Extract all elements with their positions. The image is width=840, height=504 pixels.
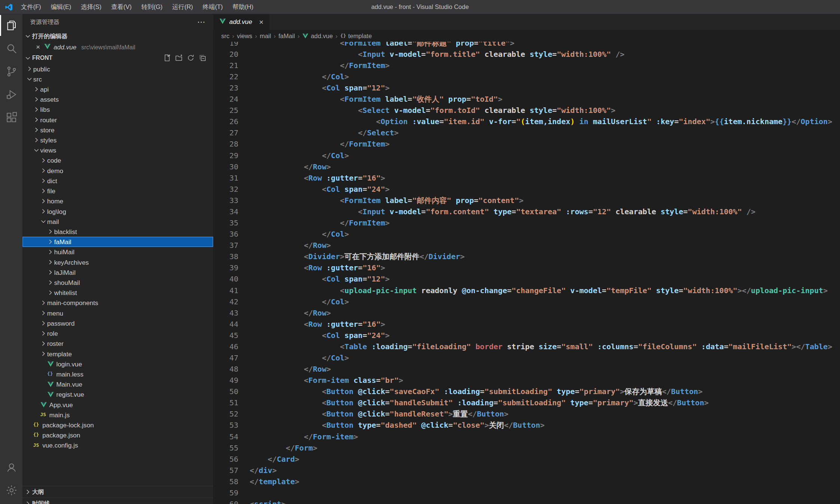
tree-item-styles[interactable]: styles — [22, 135, 213, 145]
menu-运行(R)[interactable]: 运行(R) — [167, 0, 198, 14]
code-line-52[interactable]: 52 <Button @click="handleReset">重置</Butt… — [213, 409, 840, 420]
tree-item-libs[interactable]: libs — [22, 104, 213, 114]
menu-编辑(E)[interactable]: 编辑(E) — [46, 0, 76, 14]
code-line-29[interactable]: 29 </Col> — [213, 150, 840, 161]
tree-item-log-log[interactable]: log\log — [22, 206, 213, 216]
code-line-30[interactable]: 30 </Row> — [213, 161, 840, 172]
code-line-45[interactable]: 45 <Col span="24"> — [213, 330, 840, 341]
tree-item-main.less[interactable]: {}main.less — [22, 369, 213, 379]
code-line-43[interactable]: 43 </Row> — [213, 307, 840, 319]
tree-item-package.json[interactable]: {}package.json — [22, 430, 213, 440]
tree-item-shouMail[interactable]: shouMail — [22, 277, 213, 288]
code-line-28[interactable]: 28 </FormItem> — [213, 139, 840, 150]
tree-item-whitelist[interactable]: whitelist — [22, 288, 213, 298]
tree-item-regist.vue[interactable]: regist.vue — [22, 389, 213, 399]
tab-close-icon[interactable]: × — [259, 18, 264, 26]
code-line-31[interactable]: 31 <Row :gutter="16"> — [213, 172, 840, 184]
tree-item-laJiMail[interactable]: laJiMail — [22, 267, 213, 277]
tree-item-src[interactable]: src — [22, 74, 213, 84]
more-actions-icon[interactable]: ⋯ — [197, 17, 206, 27]
code-line-44[interactable]: 44 <Row :gutter="16"> — [213, 319, 840, 330]
tree-item-file[interactable]: file — [22, 186, 213, 196]
code-line-54[interactable]: 54 </Form-item> — [213, 431, 840, 442]
code-line-42[interactable]: 42 </Col> — [213, 296, 840, 307]
code-line-40[interactable]: 40 <Col span="12"> — [213, 274, 840, 285]
menu-文件(F)[interactable]: 文件(F) — [16, 0, 46, 14]
code-line-36[interactable]: 36 </Col> — [213, 229, 840, 240]
tree-item-router[interactable]: router — [22, 115, 213, 125]
tree-item-template[interactable]: template — [22, 348, 213, 359]
explorer-icon[interactable] — [0, 14, 22, 37]
code-line-39[interactable]: 39 <Row :gutter="16"> — [213, 262, 840, 274]
extensions-icon[interactable] — [0, 106, 22, 129]
code-line-27[interactable]: 27 </Select> — [213, 127, 840, 139]
code-line-51[interactable]: 51 <Button @click="handleSubmit" :loadin… — [213, 397, 840, 409]
tree-item-roster[interactable]: roster — [22, 338, 213, 348]
code-line-50[interactable]: 50 <Button @click="saveCaoFx" :loading="… — [213, 386, 840, 397]
code-line-19[interactable]: 19 <FormItem label="邮件标题" prop="title"> — [213, 42, 840, 49]
tree-item-dict[interactable]: dict — [22, 176, 213, 186]
open-editors-header[interactable]: 打开的编辑器 — [22, 30, 213, 42]
breadcrumb-item-mail[interactable]: mail — [260, 33, 271, 39]
account-icon[interactable] — [0, 456, 22, 479]
tree-item-api[interactable]: api — [22, 84, 213, 94]
refresh-icon[interactable] — [187, 54, 194, 62]
code-line-55[interactable]: 55 </Form> — [213, 442, 840, 454]
outline-section[interactable]: 大纲 — [22, 486, 213, 498]
code-line-22[interactable]: 22 </Col> — [213, 71, 840, 83]
tree-item-keyArchives[interactable]: keyArchives — [22, 257, 213, 267]
run-debug-icon[interactable] — [0, 83, 22, 106]
tree-item-home[interactable]: home — [22, 196, 213, 206]
timeline-section[interactable]: 时间线 — [22, 498, 213, 504]
tab-add-vue[interactable]: add.vue × — [213, 14, 269, 30]
code-line-60[interactable]: 60<script> — [213, 499, 840, 504]
settings-gear-icon[interactable] — [0, 479, 22, 502]
tree-item-password[interactable]: password — [22, 318, 213, 328]
code-line-46[interactable]: 46 <Table :loading="fileLoading" border … — [213, 341, 840, 352]
tree-item-views[interactable]: views — [22, 145, 213, 155]
source-control-icon[interactable] — [0, 60, 22, 83]
code-line-25[interactable]: 25 <Select v-model="form.toId" clearable… — [213, 105, 840, 116]
code-line-32[interactable]: 32 <Col span="24"> — [213, 184, 840, 195]
tree-item-vue.config.js[interactable]: JSvue.config.js — [22, 440, 213, 450]
code-line-21[interactable]: 21 </FormItem> — [213, 60, 840, 71]
code-line-37[interactable]: 37 </Row> — [213, 240, 840, 251]
code-line-53[interactable]: 53 <Button type="dashed" @click="close">… — [213, 420, 840, 431]
menu-查看(V)[interactable]: 查看(V) — [106, 0, 137, 14]
open-editor-item[interactable]: × add.vue src\views\mail\faMail — [22, 42, 213, 52]
tree-item-Main.vue[interactable]: Main.vue — [22, 379, 213, 389]
new-folder-icon[interactable] — [175, 54, 183, 62]
tree-item-huiMail[interactable]: huiMail — [22, 247, 213, 257]
collapse-all-icon[interactable] — [199, 54, 206, 62]
tree-item-menu[interactable]: menu — [22, 308, 213, 318]
code-line-47[interactable]: 47 </Col> — [213, 353, 840, 364]
project-root-header[interactable]: FRONT — [22, 52, 213, 64]
tree-item-faMail[interactable]: faMail — [22, 237, 213, 247]
code-line-41[interactable]: 41 <upload-pic-input readonly @on-change… — [213, 285, 840, 296]
tree-item-blacklist[interactable]: blacklist — [22, 227, 213, 237]
menu-转到(G)[interactable]: 转到(G) — [137, 0, 168, 14]
breadcrumb-item-faMail[interactable]: faMail — [278, 33, 295, 39]
menu-选择(S)[interactable]: 选择(S) — [76, 0, 106, 14]
tree-item-demo[interactable]: demo — [22, 166, 213, 176]
menu-帮助(H)[interactable]: 帮助(H) — [228, 0, 258, 14]
code-line-34[interactable]: 34 <Input v-model="form.content" type="t… — [213, 206, 840, 217]
code-line-38[interactable]: 38 <Divider>可在下方添加邮件附件</Divider> — [213, 251, 840, 262]
code-line-26[interactable]: 26 <Option :value="item.id" v-for="(item… — [213, 116, 840, 127]
code-line-56[interactable]: 56 </Card> — [213, 454, 840, 465]
search-icon[interactable] — [0, 37, 22, 60]
code-line-48[interactable]: 48 </Row> — [213, 364, 840, 375]
tree-item-mail[interactable]: mail — [22, 216, 213, 227]
tree-item-store[interactable]: store — [22, 125, 213, 135]
menu-终端(T)[interactable]: 终端(T) — [198, 0, 228, 14]
tree-item-assets[interactable]: assets — [22, 94, 213, 104]
code-line-24[interactable]: 24 <FormItem label="收件人" prop="toId"> — [213, 94, 840, 105]
code-line-57[interactable]: 57</div> — [213, 465, 840, 476]
tree-item-App.vue[interactable]: App.vue — [22, 400, 213, 410]
code-line-20[interactable]: 20 <Input v-model="form.title" clearable… — [213, 49, 840, 60]
code-line-49[interactable]: 49 <Form-item class="br"> — [213, 375, 840, 386]
tree-item-package-lock.json[interactable]: {}package-lock.json — [22, 420, 213, 430]
code-area[interactable]: 19 <FormItem label="邮件标题" prop="title">2… — [213, 42, 840, 504]
new-file-icon[interactable] — [163, 54, 171, 62]
tree-item-main-components[interactable]: main-components — [22, 298, 213, 308]
